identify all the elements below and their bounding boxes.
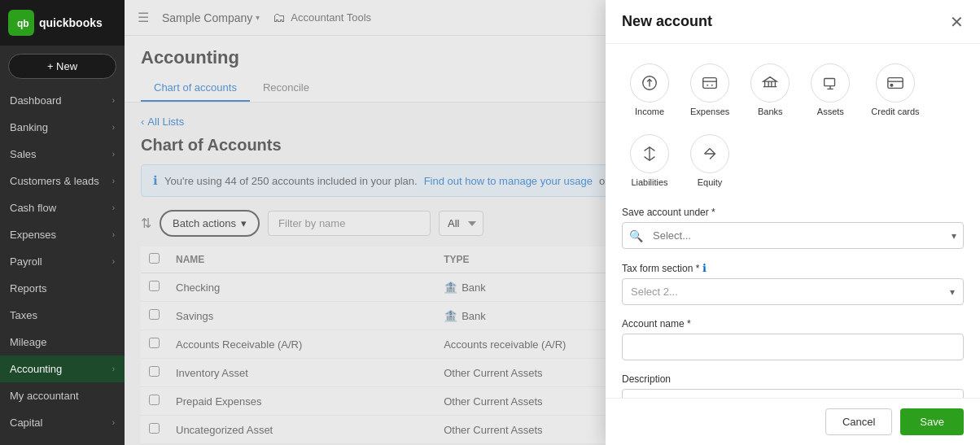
sidebar-item-label: Expenses	[10, 229, 56, 241]
close-drawer-button[interactable]: ✕	[950, 14, 964, 30]
sidebar-item-label: Taxes	[10, 309, 37, 321]
sidebar-item-label: Banking	[10, 121, 48, 133]
chevron-down-icon: ▾	[945, 230, 963, 242]
chevron-right-icon: ›	[112, 177, 115, 185]
description-input[interactable]	[622, 389, 964, 398]
account-name-input[interactable]	[622, 334, 964, 360]
account-type-equity[interactable]: Equity	[682, 128, 737, 194]
sidebar-item-payroll[interactable]: Payroll ›	[0, 248, 125, 275]
liabilities-label: Liabilities	[631, 177, 667, 187]
assets-icon	[811, 63, 850, 103]
sidebar-item-label: My accountant	[10, 390, 79, 402]
sidebar: qb quickbooks + New Dashboard › Banking …	[0, 0, 125, 445]
sidebar-item-cashflow[interactable]: Cash flow ›	[0, 194, 125, 221]
quickbooks-logo-icon: qb	[8, 10, 34, 36]
sidebar-item-label: Sales	[10, 148, 37, 160]
chevron-down-icon: ▾	[950, 286, 963, 298]
save-account-label: Save account under *	[622, 207, 964, 218]
sidebar-logo: qb quickbooks	[0, 0, 125, 46]
sidebar-item-label: Reports	[10, 282, 47, 294]
sidebar-item-reports[interactable]: Reports	[0, 275, 125, 302]
drawer-footer: Cancel Save	[606, 398, 980, 445]
save-account-under-group: Save account under * 🔍 ▾	[622, 207, 964, 249]
account-type-expenses[interactable]: Expenses	[682, 57, 737, 123]
account-type-income[interactable]: Income	[622, 57, 677, 123]
sidebar-item-customers[interactable]: Customers & leads ›	[0, 168, 125, 194]
svg-rect-3	[703, 78, 717, 89]
chevron-right-icon: ›	[112, 123, 115, 132]
sidebar-item-commerce[interactable]: Commerce ›	[0, 436, 125, 445]
drawer-body: Save account under * 🔍 ▾ Tax form sectio…	[606, 207, 980, 398]
account-type-assets[interactable]: Assets	[803, 57, 858, 123]
sidebar-item-mileage[interactable]: Mileage	[0, 329, 125, 356]
expenses-icon	[690, 63, 729, 103]
new-account-drawer: New account ✕ Income Expenses Banks	[606, 0, 980, 445]
brand-name: quickbooks	[39, 16, 103, 29]
account-type-banks[interactable]: Banks	[742, 57, 798, 123]
sidebar-item-label: Payroll	[10, 255, 42, 268]
tax-form-select[interactable]: Select 2...	[623, 279, 950, 304]
sidebar-item-dashboard[interactable]: Dashboard ›	[0, 87, 125, 114]
tax-form-info-icon[interactable]: ℹ	[702, 262, 707, 274]
liabilities-icon	[630, 134, 669, 173]
banks-label: Banks	[758, 107, 783, 116]
chevron-right-icon: ›	[112, 257, 115, 266]
sidebar-item-label: Mileage	[10, 336, 47, 348]
account-name-label: Account name *	[622, 318, 964, 329]
account-type-credit-cards[interactable]: Credit cards	[863, 57, 927, 123]
main-content: ☰ Sample Company ▾ 🗂 Accountant Tools Ac…	[125, 0, 980, 445]
svg-rect-4	[825, 79, 835, 86]
sidebar-item-sales[interactable]: Sales ›	[0, 141, 125, 168]
sidebar-item-taxes[interactable]: Taxes	[0, 302, 125, 329]
save-button[interactable]: Save	[900, 408, 964, 435]
description-group: Description	[622, 373, 964, 398]
description-label: Description	[622, 373, 964, 385]
equity-icon	[690, 134, 729, 173]
chevron-right-icon: ›	[112, 96, 115, 105]
income-label: Income	[635, 107, 664, 116]
sidebar-item-label: Capital	[10, 417, 42, 429]
account-name-group: Account name *	[622, 318, 964, 360]
banks-icon	[750, 63, 790, 103]
tax-form-select-wrapper: Select 2... ▾	[622, 278, 964, 305]
sidebar-item-banking[interactable]: Banking ›	[0, 114, 125, 141]
account-type-selector: Income Expenses Banks Assets	[606, 44, 980, 207]
drawer-header: New account ✕	[606, 0, 980, 44]
chevron-right-icon: ›	[112, 364, 115, 373]
svg-point-6	[890, 84, 893, 86]
credit-cards-icon	[876, 63, 915, 103]
equity-label: Equity	[698, 177, 723, 187]
chevron-right-icon: ›	[112, 230, 115, 239]
chevron-right-icon: ›	[112, 150, 115, 159]
account-type-liabilities[interactable]: Liabilities	[622, 128, 677, 194]
sidebar-item-label: Dashboard	[10, 94, 62, 107]
save-account-select-wrapper: 🔍 ▾	[622, 222, 964, 249]
search-icon: 🔍	[623, 229, 650, 242]
sidebar-item-label: Cash flow	[10, 202, 56, 214]
sidebar-item-expenses[interactable]: Expenses ›	[0, 221, 125, 248]
income-icon	[630, 63, 669, 103]
tax-form-section-group: Tax form section * ℹ Select 2... ▾	[622, 262, 964, 305]
sidebar-item-accounting[interactable]: Accounting ›	[0, 356, 125, 382]
cancel-button[interactable]: Cancel	[825, 408, 892, 435]
assets-label: Assets	[817, 107, 844, 116]
chevron-right-icon: ›	[112, 203, 115, 212]
svg-rect-5	[888, 78, 903, 89]
sidebar-nav: Dashboard › Banking › Sales › Customers …	[0, 87, 125, 445]
chevron-right-icon: ›	[112, 418, 115, 427]
tax-form-label: Tax form section * ℹ	[622, 262, 964, 274]
sidebar-item-label: Accounting	[10, 363, 62, 375]
drawer-title: New account	[622, 13, 712, 30]
svg-text:qb: qb	[17, 18, 29, 29]
save-account-input[interactable]	[650, 223, 945, 248]
credit-cards-label: Credit cards	[871, 107, 919, 116]
sidebar-item-label: Customers & leads	[10, 175, 99, 187]
expenses-label: Expenses	[690, 107, 729, 116]
sidebar-item-capital[interactable]: Capital ›	[0, 409, 125, 436]
new-button[interactable]: + New	[8, 54, 116, 79]
sidebar-item-myaccountant[interactable]: My accountant	[0, 382, 125, 409]
